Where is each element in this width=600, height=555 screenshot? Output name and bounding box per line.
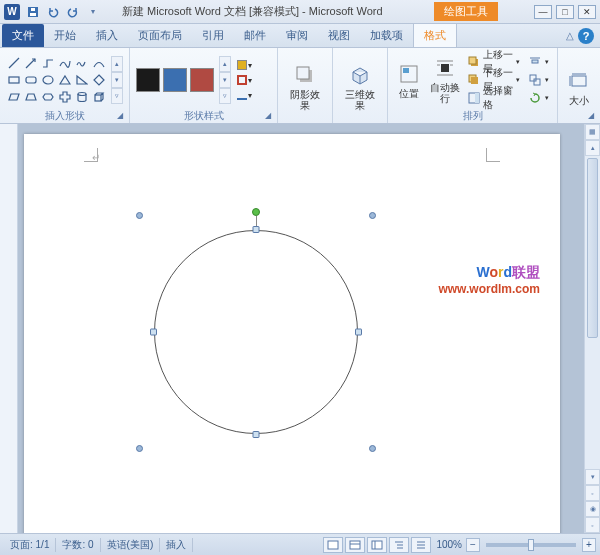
next-page-icon[interactable]: ◦ — [585, 517, 600, 533]
zoom-thumb[interactable] — [528, 539, 534, 551]
zoom-level[interactable]: 100% — [436, 539, 462, 550]
help-icon[interactable]: ? — [578, 28, 594, 44]
tab-home[interactable]: 开始 — [44, 24, 86, 47]
view-outline-icon[interactable] — [389, 537, 409, 553]
close-button[interactable]: ✕ — [578, 5, 596, 19]
handle-l[interactable] — [150, 329, 157, 336]
vertical-scrollbar[interactable]: ▦ ▴ ▾ ◦ ◉ ◦ — [584, 124, 600, 533]
style-down-icon[interactable]: ▾ — [219, 72, 231, 88]
shape-trapezoid-icon[interactable] — [23, 89, 39, 105]
gallery-up-icon[interactable]: ▴ — [111, 56, 123, 72]
text-wrap-button[interactable]: 自动换行 — [427, 52, 464, 108]
position-button[interactable]: 位置 — [394, 52, 425, 108]
view-draft-icon[interactable] — [411, 537, 431, 553]
tab-file[interactable]: 文件 — [2, 24, 44, 47]
page-container[interactable]: ↵ Word联盟 www.wordlm.com — [18, 124, 584, 533]
shape-triangle-icon[interactable] — [57, 72, 73, 88]
shape-scribble-icon[interactable] — [74, 55, 90, 71]
shape-outline-button[interactable]: ▾ — [237, 73, 252, 87]
style-swatch-blue[interactable] — [163, 68, 187, 92]
handle-tl[interactable] — [136, 212, 143, 219]
status-mode[interactable]: 插入 — [160, 538, 193, 552]
shape-effects-button[interactable]: ▾ — [237, 88, 252, 102]
dialog-launcher-icon[interactable]: ◢ — [117, 111, 127, 121]
vertical-ruler[interactable] — [0, 124, 18, 533]
zoom-slider[interactable] — [486, 543, 576, 547]
zoom-out-button[interactable]: − — [466, 538, 480, 552]
scroll-up-icon[interactable]: ▴ — [585, 140, 600, 156]
undo-icon[interactable] — [44, 3, 62, 21]
page[interactable]: ↵ Word联盟 www.wordlm.com — [24, 134, 560, 533]
status-page[interactable]: 页面: 1/1 — [4, 538, 56, 552]
style-swatch-red[interactable] — [190, 68, 214, 92]
oval-outline[interactable] — [154, 230, 358, 434]
scroll-down-icon[interactable]: ▾ — [585, 469, 600, 485]
size-button[interactable]: 大小 — [564, 59, 594, 115]
gallery-more-icon[interactable]: ▿ — [111, 88, 123, 104]
shape-plus-icon[interactable] — [57, 89, 73, 105]
ruler-toggle-icon[interactable]: ▦ — [585, 124, 600, 140]
status-words[interactable]: 字数: 0 — [56, 538, 100, 552]
shapes-gallery[interactable] — [6, 55, 107, 105]
shape-connector-icon[interactable] — [40, 55, 56, 71]
selected-circle-shape[interactable] — [154, 230, 358, 434]
status-language[interactable]: 英语(美国) — [101, 538, 161, 552]
shape-rtriangle-icon[interactable] — [74, 72, 90, 88]
shape-rect-icon[interactable] — [6, 72, 22, 88]
shape-arrow-icon[interactable] — [23, 55, 39, 71]
view-print-layout-icon[interactable] — [323, 537, 343, 553]
rotate-button[interactable]: ▾ — [526, 90, 551, 107]
handle-b[interactable] — [253, 431, 260, 438]
tab-addins[interactable]: 加载项 — [360, 24, 413, 47]
threed-effects-button[interactable]: 三维效果 — [339, 59, 381, 115]
gallery-down-icon[interactable]: ▾ — [111, 72, 123, 88]
redo-icon[interactable] — [64, 3, 82, 21]
view-web-icon[interactable] — [367, 537, 387, 553]
minimize-button[interactable]: — — [534, 5, 552, 19]
tab-references[interactable]: 引用 — [192, 24, 234, 47]
zoom-in-button[interactable]: + — [582, 538, 596, 552]
tab-view[interactable]: 视图 — [318, 24, 360, 47]
shape-line-icon[interactable] — [6, 55, 22, 71]
scroll-thumb[interactable] — [587, 158, 598, 338]
shape-cube-icon[interactable] — [91, 89, 107, 105]
handle-tr[interactable] — [369, 212, 376, 219]
tab-format[interactable]: 格式 — [413, 23, 457, 47]
shape-parallelogram-icon[interactable] — [6, 89, 22, 105]
scroll-track[interactable] — [585, 156, 600, 469]
handle-br[interactable] — [369, 445, 376, 452]
style-swatch-black[interactable] — [136, 68, 160, 92]
group-button[interactable]: ▾ — [526, 72, 551, 89]
dialog-launcher-styles-icon[interactable]: ◢ — [265, 111, 275, 121]
dialog-launcher-size-icon[interactable]: ◢ — [588, 111, 598, 121]
tab-review[interactable]: 审阅 — [276, 24, 318, 47]
group-3d: 三维效果 — [333, 48, 388, 123]
prev-page-icon[interactable]: ◦ — [585, 485, 600, 501]
maximize-button[interactable]: □ — [556, 5, 574, 19]
shape-diamond-icon[interactable] — [91, 72, 107, 88]
browse-object-icon[interactable]: ◉ — [585, 501, 600, 517]
save-icon[interactable] — [24, 3, 42, 21]
handle-t[interactable] — [253, 226, 260, 233]
view-fullscreen-icon[interactable] — [345, 537, 365, 553]
shape-roundrect-icon[interactable] — [23, 72, 39, 88]
style-more-icon[interactable]: ▿ — [219, 88, 231, 104]
shadow-effects-button[interactable]: 阴影效果 — [284, 59, 326, 115]
ribbon-minimize-icon[interactable]: △ — [566, 30, 574, 41]
style-up-icon[interactable]: ▴ — [219, 56, 231, 72]
shape-curve-icon[interactable] — [91, 55, 107, 71]
handle-bl[interactable] — [136, 445, 143, 452]
qat-more-icon[interactable]: ▾ — [84, 3, 102, 21]
shape-fill-button[interactable]: ▾ — [237, 58, 252, 72]
align-button[interactable]: ▾ — [526, 54, 551, 71]
shape-freeform-icon[interactable] — [57, 55, 73, 71]
shape-oval-icon[interactable] — [40, 72, 56, 88]
shape-hexagon-icon[interactable] — [40, 89, 56, 105]
selection-pane-button[interactable]: 选择窗格 — [466, 90, 522, 107]
tab-mailings[interactable]: 邮件 — [234, 24, 276, 47]
tab-layout[interactable]: 页面布局 — [128, 24, 192, 47]
rotation-handle[interactable] — [252, 208, 260, 216]
tab-insert[interactable]: 插入 — [86, 24, 128, 47]
handle-r[interactable] — [355, 329, 362, 336]
shape-can-icon[interactable] — [74, 89, 90, 105]
